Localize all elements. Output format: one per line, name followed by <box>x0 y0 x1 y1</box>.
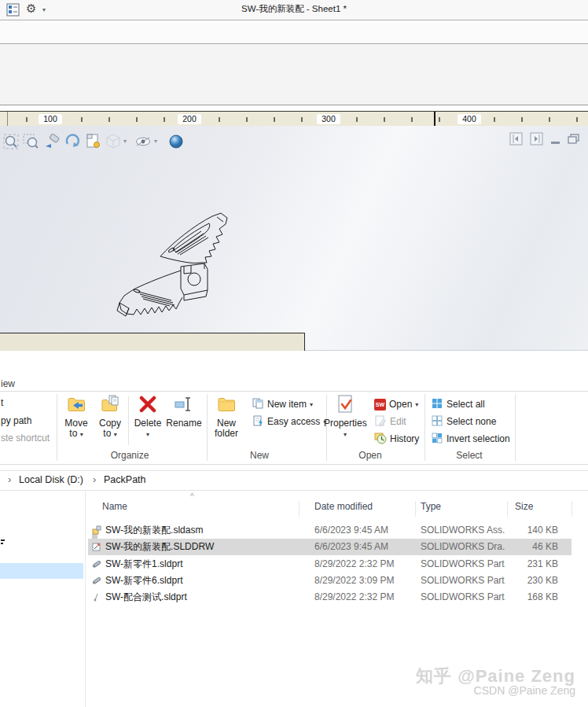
delete-caret: ▾ <box>146 431 149 438</box>
file-size: 46 KB <box>487 539 558 555</box>
previous-pane-button[interactable] <box>509 132 523 145</box>
display-settings-eye-icon[interactable] <box>134 132 153 151</box>
drawing-viewport[interactable]: ▾ ▾ <box>0 126 588 351</box>
display-settings-dropdown-caret[interactable]: ▾ <box>154 138 157 145</box>
new-item-button[interactable]: New item ▾ <box>252 398 313 411</box>
watermark-csdn: CSDN @Paine Zeng <box>416 685 575 697</box>
file-name: SW-新零件6.sldprt <box>105 573 290 589</box>
new-folder-button[interactable]: New folder <box>209 394 244 439</box>
history-icon <box>374 432 387 447</box>
copy-to-button[interactable]: Copy to ▾ <box>94 394 127 440</box>
file-date: 8/29/2022 2:32 PM <box>314 589 413 606</box>
restore-button[interactable] <box>568 134 581 147</box>
table-row-sldprt[interactable]: SW-新零件6.sldprt 8/29/2022 3:09 PM SOLIDWO… <box>85 573 582 589</box>
navpane-selected-item[interactable] <box>0 563 83 579</box>
new-item-icon <box>252 397 264 412</box>
solidworks-toolbar-band <box>0 20 588 44</box>
move-to-label-2: to <box>69 428 77 439</box>
sldprt-file-icon <box>91 575 102 589</box>
navpane-cutoff-item <box>1 543 3 544</box>
rename-icon <box>164 394 204 417</box>
history-button[interactable]: History <box>374 433 419 445</box>
easy-access-button[interactable]: Easy access ▾ <box>252 415 326 428</box>
table-row-sldasm[interactable]: SW-我的新装配.sldasm 6/6/2023 9:45 AM SOLIDWO… <box>85 522 582 539</box>
navpane-cutoff-item <box>1 539 5 541</box>
breadcrumb-local-disk[interactable]: Local Disk (D:) <box>19 471 83 488</box>
edit-label: Edit <box>390 416 406 427</box>
select-all-button[interactable]: Select all <box>431 398 485 411</box>
minimize-button[interactable] <box>551 142 560 144</box>
invert-selection-label: Invert selection <box>447 433 510 444</box>
open-button[interactable]: SW Open ▾ <box>374 398 418 411</box>
cut-label-partial[interactable]: t <box>1 397 3 408</box>
breadcrumb-packpath[interactable]: PackPath <box>104 471 146 488</box>
address-bar[interactable]: › Local Disk (D:) › PackPath <box>0 470 588 491</box>
move-to-button[interactable]: Move to ▾ <box>60 394 93 440</box>
file-name: SW-我的新装配.SLDDRW <box>105 539 290 555</box>
new-item-caret: ▾ <box>310 401 313 408</box>
breadcrumb-chevron-icon: › <box>8 471 11 488</box>
3d-drawing-view-icon[interactable] <box>104 132 123 151</box>
select-none-label: Select none <box>447 416 496 427</box>
file-size: 168 KB <box>487 589 558 606</box>
column-separator[interactable] <box>415 501 416 517</box>
copy-path-label-partial[interactable]: py path <box>1 415 31 426</box>
properties-button[interactable]: Properties ▾ <box>324 394 366 440</box>
rename-button[interactable]: Rename <box>164 394 204 429</box>
new-folder-label-1: New <box>217 418 236 429</box>
column-separator[interactable] <box>571 501 572 517</box>
column-header-name[interactable]: Name <box>102 501 127 512</box>
next-pane-button[interactable] <box>530 132 543 145</box>
new-folder-icon <box>209 394 244 417</box>
sldprt-file-icon <box>91 591 102 606</box>
column-separator[interactable] <box>507 501 508 517</box>
ruler-ticks <box>0 117 588 122</box>
invert-selection-button[interactable]: Invert selection <box>431 433 510 445</box>
slddrw-file-icon <box>91 541 102 555</box>
select-none-button[interactable]: Select none <box>431 415 496 428</box>
view-tab-partial[interactable]: iew <box>1 378 15 389</box>
ruler-label-100: 100 <box>39 114 62 124</box>
ribbon-separator <box>515 394 516 461</box>
zoom-to-area-icon[interactable] <box>21 132 40 151</box>
column-header-type[interactable]: Type <box>421 501 441 512</box>
move-to-caret: ▾ <box>80 431 83 438</box>
file-name: SW-新零件1.sldprt <box>105 556 290 573</box>
new-item-label: New item <box>267 399 307 410</box>
new-folder-label-2: folder <box>215 428 238 439</box>
ribbon-separator <box>128 396 129 445</box>
table-row-sldprt[interactable]: SW-新零件1.sldprt 8/29/2022 2:32 PM SOLIDWO… <box>85 556 582 573</box>
view-settings-sphere-icon[interactable] <box>167 132 186 151</box>
3d-view-dropdown-caret[interactable]: ▾ <box>123 138 127 145</box>
select-all-icon <box>431 397 443 412</box>
sheet-properties-icon[interactable] <box>84 132 103 151</box>
file-date: 8/29/2022 2:32 PM <box>314 556 413 573</box>
easy-access-label: Easy access <box>267 416 320 427</box>
ribbon-separator <box>57 394 57 461</box>
watermark: 知乎 @Paine Zeng CSDN @Paine Zeng <box>416 667 575 697</box>
column-header-size[interactable]: Size <box>515 501 533 512</box>
move-to-label-1: Move <box>64 418 87 429</box>
file-size: 231 KB <box>487 556 558 573</box>
select-group-label: Select <box>438 450 501 461</box>
ribbon-bottom-border <box>0 464 588 465</box>
watermark-zhihu: 知乎 @Paine Zeng <box>416 667 575 685</box>
select-all-label: Select all <box>447 399 485 410</box>
table-row-slddrw-selected[interactable]: SW-我的新装配.SLDDRW 6/6/2023 9:45 AM SOLIDWO… <box>88 539 571 555</box>
table-row-sldprt[interactable]: SW-配合测试.sldprt 8/29/2022 2:32 PM SOLIDWO… <box>85 589 582 606</box>
delete-button[interactable]: Delete ▾ <box>130 394 165 440</box>
copy-to-icon <box>94 394 127 417</box>
move-to-icon <box>60 394 93 417</box>
column-separator[interactable] <box>299 501 300 517</box>
redraw-rotate-icon[interactable] <box>63 132 82 151</box>
solidworks-open-icon: SW <box>374 399 386 411</box>
previous-view-icon[interactable] <box>42 132 61 151</box>
ruler-corner <box>0 112 8 127</box>
file-date: 6/6/2023 9:45 AM <box>314 522 413 539</box>
ribbon-top-border <box>0 391 588 392</box>
sort-ascending-icon: ^ <box>190 492 194 501</box>
zoom-to-fit-icon[interactable] <box>2 132 20 151</box>
column-header-date-modified[interactable]: Date modified <box>314 501 373 512</box>
horizontal-ruler: 100 200 300 400 <box>0 111 588 127</box>
open-caret: ▾ <box>415 401 418 408</box>
